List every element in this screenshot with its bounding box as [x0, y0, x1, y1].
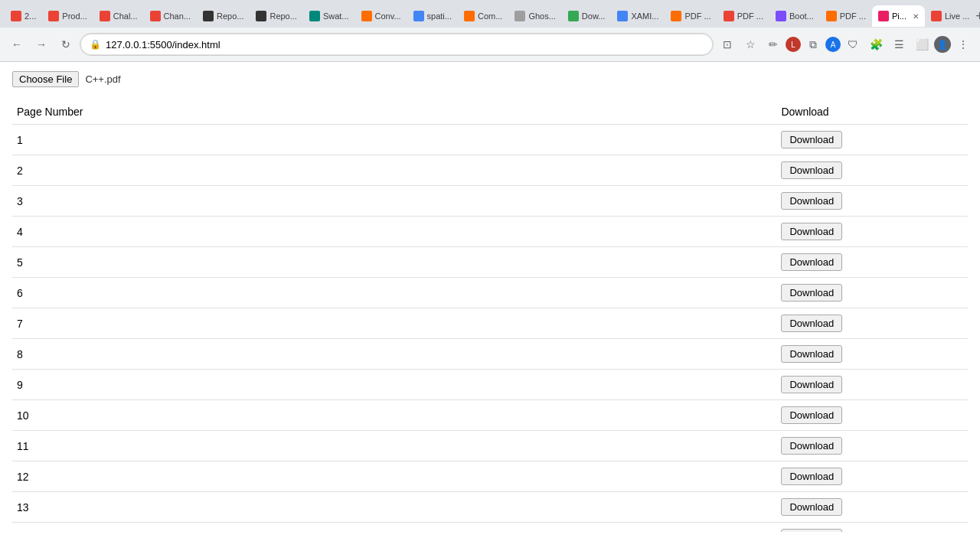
tab-17[interactable]: Pi...✕: [872, 5, 925, 27]
download-button-page-12[interactable]: Download: [781, 468, 842, 485]
back-button[interactable]: ←: [6, 34, 28, 55]
download-button-page-5[interactable]: Download: [781, 253, 842, 271]
tab-label-17: Pi...: [892, 11, 906, 21]
download-button-page-8[interactable]: Download: [781, 345, 842, 363]
download-button-page-9[interactable]: Download: [781, 376, 842, 393]
table-row: 7Download: [12, 308, 968, 339]
download-button-page-13[interactable]: Download: [781, 498, 842, 516]
tab-5[interactable]: Repo...: [250, 5, 302, 27]
tab-16[interactable]: PDF ...: [820, 5, 872, 27]
tab-13[interactable]: PDF ...: [665, 5, 717, 27]
pages-table: Page Number Download 1Download2Download3…: [12, 99, 968, 532]
download-button-page-10[interactable]: Download: [781, 406, 842, 424]
tab-12[interactable]: XAMI...: [611, 5, 665, 27]
tab-favicon-2: [100, 11, 110, 21]
tab-favicon-8: [413, 11, 424, 21]
tab-8[interactable]: spati...: [407, 5, 458, 27]
tab-favicon-7: [361, 11, 372, 21]
download-cell: Download: [776, 155, 968, 186]
forward-button[interactable]: →: [31, 34, 52, 55]
bookmark-icon[interactable]: ☆: [740, 34, 761, 55]
tab-14[interactable]: PDF ...: [717, 5, 769, 27]
page-number-cell: 12: [12, 461, 776, 492]
download-button-page-1[interactable]: Download: [781, 131, 842, 148]
table-scroll-area[interactable]: Page Number Download 1Download2Download3…: [12, 99, 968, 532]
tab-favicon-5: [256, 11, 266, 21]
puzzle-icon[interactable]: 🧩: [865, 34, 887, 55]
col-header-page-number: Page Number: [12, 99, 776, 125]
download-button-page-4[interactable]: Download: [781, 223, 842, 240]
tab-label-2: Chal...: [113, 11, 138, 21]
download-cell: Download: [776, 217, 968, 247]
tab-15[interactable]: Boot...: [769, 5, 820, 27]
download-button-page-14[interactable]: Download: [781, 529, 842, 532]
tab-1[interactable]: Prod...: [42, 5, 93, 27]
tab-11[interactable]: Dow...: [562, 5, 612, 27]
download-cell: Download: [776, 370, 968, 400]
tab-4[interactable]: Repo...: [197, 5, 250, 27]
file-input-row: Choose File C++.pdf: [12, 71, 968, 87]
download-button-page-6[interactable]: Download: [781, 284, 842, 302]
download-button-page-3[interactable]: Download: [781, 192, 842, 210]
cast-icon[interactable]: ⊡: [717, 34, 738, 55]
tab-10[interactable]: Ghos...: [508, 5, 561, 27]
address-bar[interactable]: 🔒 127.0.0.1:5500/index.html: [80, 33, 714, 56]
page-number-cell: 5: [12, 247, 776, 278]
sidebar-right-icon[interactable]: ⬜: [911, 34, 933, 55]
col-header-download: Download: [776, 99, 968, 125]
tab-label-18: Live ...: [945, 11, 969, 21]
sidebar-icon[interactable]: ☰: [888, 34, 910, 55]
tab-favicon-13: [671, 11, 681, 21]
download-cell: Download: [776, 339, 968, 370]
nav-right-icons: ⊡ ☆ ✏ L ⧉ A 🛡 🧩 ☰ ⬜ 👤 ⋮: [717, 34, 974, 55]
choose-file-button[interactable]: Choose File: [12, 71, 79, 87]
page-number-cell: 2: [12, 155, 776, 186]
table-row: 6Download: [12, 278, 968, 308]
download-cell: Download: [776, 247, 968, 278]
tab-close-17[interactable]: ✕: [913, 12, 919, 21]
tab-label-8: spati...: [427, 11, 452, 21]
edit-icon[interactable]: ✏: [763, 34, 784, 55]
tab-favicon-12: [617, 11, 628, 21]
tab-label-9: Com...: [478, 11, 502, 21]
tab-18[interactable]: Live ...: [925, 5, 975, 27]
page-number-cell: 8: [12, 339, 776, 370]
menu-icon[interactable]: ⋮: [952, 34, 974, 55]
tab-3[interactable]: Chan...: [144, 5, 197, 27]
tab-6[interactable]: Swat...: [303, 5, 355, 27]
security-icon[interactable]: 🛡: [842, 34, 864, 55]
reload-button[interactable]: ↻: [55, 34, 77, 55]
download-button-page-7[interactable]: Download: [781, 315, 842, 332]
table-row: 1Download: [12, 125, 968, 155]
tab-label-10: Ghos...: [528, 11, 555, 21]
tab-favicon-11: [568, 11, 579, 21]
tab-label-13: PDF ...: [684, 11, 710, 21]
file-name-display: C++.pdf: [85, 73, 120, 85]
tab-9[interactable]: Com...: [458, 5, 508, 27]
profile-icon-2[interactable]: A: [825, 37, 841, 52]
new-tab-button[interactable]: +: [975, 5, 980, 27]
tab-favicon-17: [878, 11, 889, 21]
page-number-cell: 6: [12, 278, 776, 308]
profile-icon-1[interactable]: L: [786, 37, 801, 52]
tab-label-4: Repo...: [217, 11, 243, 21]
nav-bar: ← → ↻ 🔒 127.0.0.1:5500/index.html ⊡ ☆ ✏ …: [0, 28, 980, 61]
download-button-page-2[interactable]: Download: [781, 161, 842, 179]
tab-label-15: Boot...: [789, 11, 814, 21]
tab-label-14: PDF ...: [737, 11, 763, 21]
page-number-cell: 10: [12, 400, 776, 431]
extensions-icon[interactable]: ⧉: [802, 34, 824, 55]
table-row: 12Download: [12, 461, 968, 492]
tab-2[interactable]: Chal...: [93, 5, 144, 27]
tab-label-1: Prod...: [62, 11, 87, 21]
tab-label-7: Conv...: [375, 11, 401, 21]
table-row: 3Download: [12, 186, 968, 217]
avatar-icon[interactable]: 👤: [934, 36, 951, 53]
download-cell: Download: [776, 125, 968, 155]
tab-7[interactable]: Conv...: [355, 5, 407, 27]
download-button-page-11[interactable]: Download: [781, 437, 842, 455]
table-row: 11Download: [12, 431, 968, 461]
tab-0[interactable]: 2...: [5, 5, 42, 27]
tab-label-16: PDF ...: [840, 11, 866, 21]
page-number-cell: 3: [12, 186, 776, 217]
